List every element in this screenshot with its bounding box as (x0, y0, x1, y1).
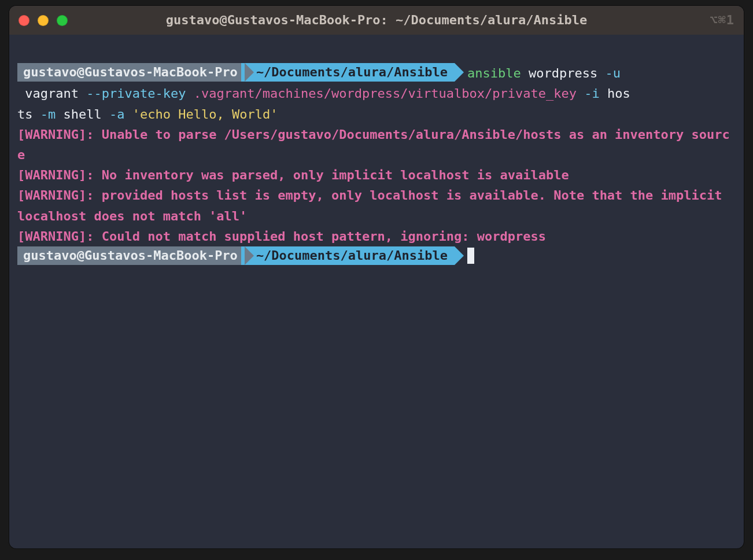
titlebar[interactable]: gustavo@Gustavos-MacBook-Pro: ~/Document… (9, 6, 744, 35)
prompt-line-1: gustavo@Gustavos-MacBook-Pro~/Documents/… (17, 63, 736, 83)
prompt-host: gustavo@Gustavos-MacBook-Pro (17, 63, 245, 82)
cmd-flag-a: -a (109, 107, 125, 121)
cmd-wrap2b: ts (17, 107, 40, 121)
traffic-lights (19, 15, 68, 26)
window-title: gustavo@Gustavos-MacBook-Pro: ~/Document… (9, 10, 744, 30)
prompt-host: gustavo@Gustavos-MacBook-Pro (17, 246, 245, 265)
cmd-flag-pk: --private-key (86, 86, 186, 101)
cmd-arg-m: shell (56, 107, 109, 121)
cmd-flag-u: -u (605, 66, 621, 80)
cmd-wrap2a: hos (600, 86, 630, 101)
cmd-pk-path: .vagrant/machines/wordpress/virtualbox/p… (186, 86, 577, 101)
warning-line: [WARNING]: provided hosts list is empty,… (17, 188, 730, 223)
cmd-flag-i: -i (577, 86, 600, 101)
pane-shortcut-label: ⌥⌘1 (710, 10, 734, 30)
minimize-icon[interactable] (38, 15, 49, 26)
command: ansible wordpress -u (455, 66, 621, 80)
cmd-wrap1a: vagrant (17, 86, 86, 101)
terminal-body[interactable]: gustavo@Gustavos-MacBook-Pro~/Documents/… (9, 35, 744, 548)
zoom-icon[interactable] (57, 15, 68, 26)
terminal-window: gustavo@Gustavos-MacBook-Pro: ~/Document… (9, 6, 744, 548)
cmd-arg-a: 'echo Hello, World' (124, 107, 278, 121)
prompt-path: ~/Documents/alura/Ansible (241, 246, 455, 265)
prompt-path: ~/Documents/alura/Ansible (241, 63, 455, 82)
warning-line: [WARNING]: Unable to parse /Users/gustav… (17, 127, 730, 162)
cmd-flag-m: -m (40, 107, 56, 121)
cursor-icon (467, 248, 474, 264)
warning-line: [WARNING]: No inventory was parsed, only… (17, 168, 569, 182)
cmd-arg-host: wordpress (521, 66, 606, 80)
close-icon[interactable] (19, 15, 29, 26)
cmd-name: ansible (467, 66, 521, 80)
warning-line: [WARNING]: Could not match supplied host… (17, 229, 546, 244)
prompt-line-2: gustavo@Gustavos-MacBook-Pro~/Documents/… (17, 246, 736, 267)
